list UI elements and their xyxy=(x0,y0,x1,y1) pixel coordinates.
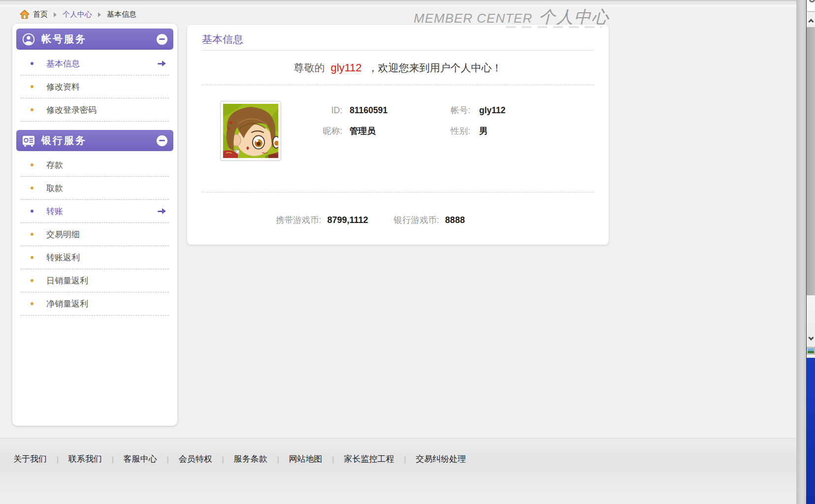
home-icon[interactable] xyxy=(20,10,30,19)
sidebar-section-title: 帐号服务 xyxy=(41,32,87,46)
sidebar-item-basic-info[interactable]: 基本信息 xyxy=(21,52,169,75)
menu-item-label: 存款 xyxy=(46,159,63,171)
page-background: 首页 个人中心 基本信息 MEMBER CENTER 个人中心 帐号服务 xyxy=(0,0,796,504)
field-value-nickname: 管理员 xyxy=(350,121,388,141)
footer-separator: | xyxy=(112,455,114,463)
field-value-id: 81160591 xyxy=(350,100,388,121)
welcome-message: 尊敬的 gly112 ，欢迎您来到用户个人中心！ xyxy=(187,61,609,75)
partial-circle-icon xyxy=(809,0,815,2)
welcome-username: gly112 xyxy=(327,62,364,74)
sidebar-item-deposit[interactable]: 存款 xyxy=(21,154,169,177)
picture-icon[interactable] xyxy=(807,347,815,354)
edge-blue-panel xyxy=(807,358,815,504)
bullet-icon xyxy=(31,233,33,236)
arrow-right-icon xyxy=(158,208,166,214)
breadcrumb-separator-icon xyxy=(54,12,57,17)
footer-separator: | xyxy=(404,455,406,463)
bullet-icon xyxy=(31,62,33,65)
footer-separator: | xyxy=(167,455,169,463)
footer-separator: | xyxy=(57,455,59,463)
footer: 关于我们 | 联系我们 | 客服中心 | 会员特权 | 服务条款 | 网站地图 … xyxy=(0,438,796,504)
field-label-id: ID: xyxy=(261,100,342,121)
sidebar-section-title: 银行服务 xyxy=(41,134,87,147)
menu-item-label: 基本信息 xyxy=(46,58,80,69)
breadcrumb: 首页 个人中心 基本信息 xyxy=(20,10,136,19)
title-divider xyxy=(202,50,594,51)
sidebar-item-transaction-detail[interactable]: 交易明细 xyxy=(21,223,169,246)
sidebar-item-daily-sales-rebate[interactable]: 日销量返利 xyxy=(21,269,169,292)
edge-top-box xyxy=(807,0,815,12)
carry-coins-value: 8799,1112 xyxy=(327,215,368,225)
bullet-icon xyxy=(31,187,33,189)
profile-labels-col2: 帐号: 性别: xyxy=(414,100,470,141)
breadcrumb-home-link[interactable]: 首页 xyxy=(33,10,48,19)
footer-link-contact[interactable]: 联系我们 xyxy=(68,453,102,465)
bullet-icon xyxy=(31,210,33,213)
footer-link-terms[interactable]: 服务条款 xyxy=(234,453,267,465)
breadcrumb-member-center-link[interactable]: 个人中心 xyxy=(63,10,92,19)
edge-gray-column xyxy=(807,27,815,295)
welcome-suffix: ，欢迎您来到用户个人中心！ xyxy=(365,62,502,73)
bullet-icon xyxy=(31,85,33,88)
footer-link-parental-control[interactable]: 家长监控工程 xyxy=(344,453,394,465)
sidebar-item-net-sales-rebate[interactable]: 净销量返利 xyxy=(21,292,169,315)
footer-separator: | xyxy=(277,455,279,463)
basic-info-panel: 基本信息 尊敬的 gly112 ，欢迎您来到用户个人中心！ xyxy=(187,25,609,245)
member-center-zh: 个人中心 xyxy=(539,7,610,26)
footer-separator: | xyxy=(332,455,334,463)
footer-link-member-privilege[interactable]: 会员特权 xyxy=(179,453,212,465)
footer-link-service-center[interactable]: 客服中心 xyxy=(124,453,157,465)
bullet-icon xyxy=(31,279,33,282)
arrow-right-icon xyxy=(158,61,166,66)
menu-item-label: 取款 xyxy=(46,183,63,194)
bullet-icon xyxy=(31,256,33,259)
profile-values-col2: gly112 男 xyxy=(479,100,506,141)
menu-item-label: 交易明细 xyxy=(46,229,80,240)
bank-coins-label: 银行游戏币: xyxy=(393,214,439,226)
sidebar-item-withdraw[interactable]: 取款 xyxy=(21,177,169,200)
profile-labels-col1: ID: 昵称: xyxy=(261,100,342,141)
field-label-nickname: 昵称: xyxy=(261,121,342,141)
breadcrumb-current: 基本信息 xyxy=(107,10,136,19)
sidebar-item-change-password[interactable]: 修改登录密码 xyxy=(21,98,169,122)
dashed-divider xyxy=(202,85,594,85)
bullet-icon xyxy=(31,302,33,305)
menu-item-label: 转账 xyxy=(46,206,63,217)
minus-circle-icon[interactable] xyxy=(157,34,167,45)
menu-item-label: 日销量返利 xyxy=(46,275,88,286)
dashed-divider xyxy=(202,192,594,192)
bank-menu: 存款 取款 转账 交易明细 转账返利 xyxy=(21,154,169,315)
footer-separator: | xyxy=(222,455,224,463)
menu-item-label: 修改资料 xyxy=(46,81,80,93)
sidebar-item-transfer-rebate[interactable]: 转账返利 xyxy=(21,246,169,269)
footer-link-dispute[interactable]: 交易纠纷处理 xyxy=(416,453,466,465)
footer-links: 关于我们 | 联系我们 | 客服中心 | 会员特权 | 服务条款 | 网站地图 … xyxy=(13,453,466,465)
wallet-row: 携带游戏币: 8799,1112 银行游戏币: 8888 xyxy=(276,214,465,226)
menu-item-label: 转账返利 xyxy=(46,252,80,263)
vertical-scrollbar[interactable] xyxy=(796,0,806,504)
sidebar-item-transfer[interactable]: 转账 xyxy=(21,200,169,223)
footer-link-sitemap[interactable]: 网站地图 xyxy=(289,453,323,465)
bank-coins-value: 8888 xyxy=(445,215,465,225)
panel-title: 基本信息 xyxy=(202,32,243,46)
breadcrumb-separator-icon xyxy=(98,12,101,17)
safe-icon xyxy=(22,134,35,147)
sidebar-section-account-header[interactable]: 帐号服务 xyxy=(16,29,173,50)
account-menu: 基本信息 修改资料 修改登录密码 xyxy=(21,52,169,122)
sidebar-section-bank-header[interactable]: 银行服务 xyxy=(16,130,173,151)
minus-circle-icon[interactable] xyxy=(157,135,167,146)
footer-link-about[interactable]: 关于我们 xyxy=(13,453,47,465)
sidebar: 帐号服务 基本信息 修改资料 修改登录密码 xyxy=(12,24,177,426)
field-value-gender: 男 xyxy=(479,121,506,141)
field-label-gender: 性别: xyxy=(414,121,470,141)
field-value-account: gly112 xyxy=(479,100,506,121)
profile-values-col1: 81160591 管理员 xyxy=(350,100,388,141)
card-top-decoration xyxy=(506,26,602,28)
user-icon xyxy=(22,33,35,46)
menu-item-label: 修改登录密码 xyxy=(46,104,97,116)
member-center-en: MEMBER CENTER xyxy=(414,11,532,26)
field-label-account: 帐号: xyxy=(414,100,470,121)
sidebar-item-edit-profile[interactable]: 修改资料 xyxy=(21,75,169,98)
welcome-prefix: 尊敬的 xyxy=(294,62,328,73)
bullet-icon xyxy=(31,108,33,111)
